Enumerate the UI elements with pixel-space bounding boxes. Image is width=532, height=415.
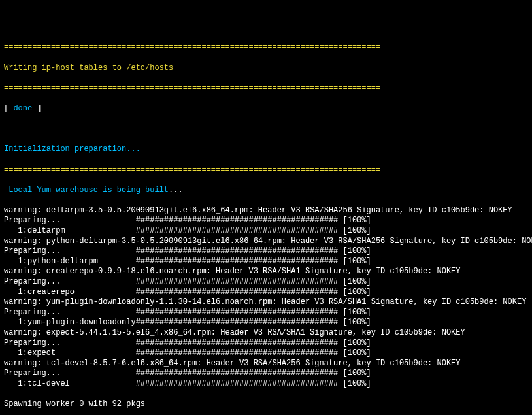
package-line: 1:tcl-devel ############################… xyxy=(4,379,528,390)
warning-line: warning: tcl-devel-8.5.7-6.el6.x86_64.rp… xyxy=(4,359,528,369)
done-bracket-open: [ xyxy=(4,104,13,113)
done-bracket-close: ] xyxy=(32,104,41,113)
package-line: 1:deltarpm #############################… xyxy=(4,226,528,237)
package-line: 1:expect ###############################… xyxy=(4,348,528,359)
warning-line: warning: yum-plugin-downloadonly-1.1.30-… xyxy=(4,297,528,308)
done-line: [ done ] xyxy=(4,104,528,114)
package-line: 1:python-deltarpm ######################… xyxy=(4,257,528,267)
divider-2: ========================================… xyxy=(4,84,528,94)
yum-building-text: Local Yum warehouse is being built xyxy=(4,186,169,195)
warning-line: warning: expect-5.44.1.15-5.el6_4.x86_64… xyxy=(4,328,528,339)
package-line: 1:createrepo ###########################… xyxy=(4,288,528,298)
warning-line: warning: python-deltarpm-3.5-0.5.2009091… xyxy=(4,237,528,247)
package-line: 1:yum-plugin-downloadonly###############… xyxy=(4,318,528,328)
spawning-line: Spawning worker 0 with 92 pkgs xyxy=(4,399,528,410)
divider-top: ========================================… xyxy=(4,42,528,53)
preparing-line: Preparing... ###########################… xyxy=(4,339,528,349)
divider-4: ========================================… xyxy=(4,165,528,176)
yum-building-line: Local Yum warehouse is being built... xyxy=(4,186,528,196)
warning-line: warning: createrepo-0.9.9-18.el6.noarch.… xyxy=(4,267,528,277)
preparing-line: Preparing... ###########################… xyxy=(4,369,528,379)
done-text: done xyxy=(13,104,32,113)
divider-3: ========================================… xyxy=(4,124,528,135)
preparing-line: Preparing... ###########################… xyxy=(4,277,528,288)
preparing-line: Preparing... ###########################… xyxy=(4,246,528,257)
preparing-line: Preparing... ###########################… xyxy=(4,308,528,318)
header-line: Writing ip-host tables to /etc/hosts xyxy=(4,63,528,74)
install-block: warning: deltarpm-3.5-0.5.20090913git.el… xyxy=(4,206,528,390)
init-preparation: Initialization preparation... xyxy=(4,144,528,155)
preparing-line: Preparing... ###########################… xyxy=(4,216,528,226)
warning-line: warning: deltarpm-3.5-0.5.20090913git.el… xyxy=(4,206,528,216)
yum-building-ellipsis: ... xyxy=(169,186,183,195)
